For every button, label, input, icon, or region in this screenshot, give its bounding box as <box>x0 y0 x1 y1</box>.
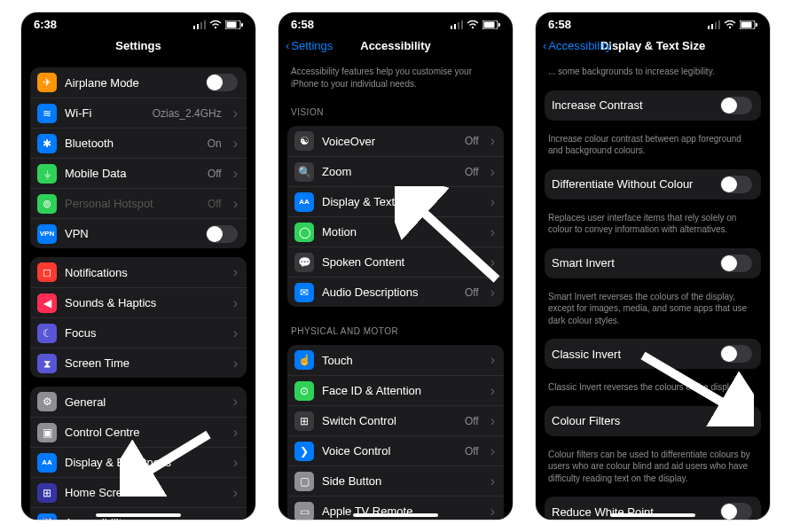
group-colour-filters: Colour FiltersOff› <box>545 406 761 436</box>
settings-row-wi-fi[interactable]: ≋Wi-FiOzias_2.4GHz› <box>30 98 247 128</box>
chevron-right-icon: › <box>490 195 495 209</box>
group-physical-motor: ☝Touch›⊙Face ID & Attention›⊞Switch Cont… <box>287 345 504 520</box>
group-increase-contrast: Increase Contrast <box>545 90 761 121</box>
toggle-differentiate-without-colour[interactable] <box>720 176 752 193</box>
settings-row-zoom[interactable]: 🔍ZoomOff› <box>287 156 504 186</box>
settings-row-vpn[interactable]: VPNVPN <box>30 218 247 248</box>
row-label: Switch Control <box>322 414 457 427</box>
toggle-classic-invert[interactable] <box>720 345 752 363</box>
chevron-right-icon: › <box>490 353 495 367</box>
toggle-airplane-mode[interactable] <box>206 74 238 91</box>
chevron-right-icon: › <box>233 296 238 310</box>
home-indicator[interactable] <box>610 513 695 517</box>
chevron-right-icon: › <box>233 197 238 211</box>
row-label: Personal Hotspot <box>65 197 200 210</box>
settings-row-airplane-mode[interactable]: ✈Airplane Mode <box>30 67 247 98</box>
settings-row-mobile-data[interactable]: ⏚Mobile DataOff› <box>30 158 247 188</box>
settings-row-focus[interactable]: ☾Focus› <box>30 317 247 348</box>
group-vision: ☯VoiceOverOff›🔍ZoomOff›AADisplay & Text … <box>287 126 504 307</box>
row-detail: Off <box>465 166 479 178</box>
row-label: Face ID & Attention <box>322 384 479 397</box>
chevron-right-icon: › <box>233 265 238 279</box>
toggle-knob <box>207 74 223 90</box>
back-button[interactable]: ‹ Settings <box>286 39 333 52</box>
settings-row-notifications[interactable]: ◻Notifications› <box>30 257 247 287</box>
settings-row-screen-time[interactable]: ⧗Screen Time› <box>30 348 247 378</box>
phone-accessibility: 6:58 ‹ Settings Accessibility Accessibil… <box>278 12 513 520</box>
chevron-right-icon: › <box>233 516 238 520</box>
chevron-right-icon: › <box>233 395 238 409</box>
settings-row-face-id-attention[interactable]: ⊙Face ID & Attention› <box>287 375 504 405</box>
wi-fi-icon: ≋ <box>37 104 57 123</box>
settings-group-general: ⚙General›▣Control Centre›AADisplay & Bri… <box>30 387 247 520</box>
row-detail: Ozias_2.4GHz <box>153 107 222 120</box>
navbar: ‹ Settings Accessibility <box>278 33 513 58</box>
wifi-icon <box>209 20 222 29</box>
toggle-knob <box>721 98 737 113</box>
settings-row-audio-descriptions[interactable]: ✉Audio DescriptionsOff› <box>287 277 504 307</box>
settings-row-bluetooth[interactable]: ✱BluetoothOn› <box>30 128 247 158</box>
settings-row-spoken-content[interactable]: 💬Spoken Content› <box>287 246 504 277</box>
battery-icon <box>225 20 243 29</box>
back-button[interactable]: ‹ Accessibility <box>543 39 611 52</box>
voiceover-icon: ☯ <box>294 131 314 151</box>
toggle-vpn[interactable] <box>206 225 238 243</box>
group-classic-invert: Classic Invert <box>545 339 761 369</box>
settings-row-display-text-size[interactable]: AADisplay & Text Size› <box>287 186 504 216</box>
svg-rect-18 <box>715 22 717 29</box>
settings-row-switch-control[interactable]: ⊞Switch ControlOff› <box>287 405 504 435</box>
settings-row-motion[interactable]: ◯Motion› <box>287 216 504 246</box>
settings-row-home-screen[interactable]: ⊞Home Screen› <box>30 477 247 507</box>
row-label: Spoken Content <box>322 255 479 269</box>
row-label: Touch <box>322 354 479 367</box>
row-detail: Off <box>465 135 479 147</box>
settings-row-personal-hotspot[interactable]: ⊚Personal HotspotOff› <box>30 188 247 218</box>
row-label: Home Screen <box>65 486 222 499</box>
toggle-smart-invert[interactable] <box>720 254 752 272</box>
back-label: Settings <box>291 39 333 52</box>
settings-row-voice-control[interactable]: ❯Voice ControlOff› <box>287 435 504 466</box>
home-indicator[interactable] <box>96 513 181 517</box>
settings-row-side-button[interactable]: ▢Side Button› <box>287 466 504 496</box>
settings-row-sounds-haptics[interactable]: ◀Sounds & Haptics› <box>30 287 247 317</box>
toggle-knob <box>721 346 737 362</box>
row-label: Sounds & Haptics <box>65 296 222 309</box>
row-detail: Off <box>465 415 479 427</box>
settings-row-general[interactable]: ⚙General› <box>30 387 247 417</box>
settings-row-control-centre[interactable]: ▣Control Centre› <box>30 417 247 447</box>
switch-control-icon: ⊞ <box>294 411 314 431</box>
bluetooth-icon: ✱ <box>37 134 57 153</box>
settings-row-differentiate-without-colour[interactable]: Differentiate Without Colour <box>545 169 761 200</box>
settings-row-display-brightness[interactable]: AADisplay & Brightness› <box>30 447 247 477</box>
row-label: Smart Invert <box>552 256 712 270</box>
audio-descriptions-icon: ✉ <box>294 283 314 302</box>
row-label: Motion <box>322 225 479 239</box>
wifi-icon <box>724 20 736 29</box>
chevron-right-icon: › <box>233 326 238 340</box>
row-detail: On <box>208 137 222 150</box>
status-bar: 6:58 <box>278 12 513 33</box>
vpn-icon: VPN <box>37 224 57 244</box>
svg-rect-22 <box>741 21 752 27</box>
row-label: Mobile Data <box>65 167 200 180</box>
svg-rect-17 <box>711 24 713 29</box>
settings-row-classic-invert[interactable]: Classic Invert <box>545 339 761 369</box>
notifications-icon: ◻ <box>37 262 57 282</box>
chevron-right-icon: › <box>233 486 238 500</box>
home-indicator[interactable] <box>353 513 438 517</box>
settings-row-touch[interactable]: ☝Touch› <box>287 345 504 375</box>
settings-row-smart-invert[interactable]: Smart Invert <box>545 248 761 278</box>
settings-row-voiceover[interactable]: ☯VoiceOverOff› <box>287 126 504 156</box>
toggle-increase-contrast[interactable] <box>720 97 752 114</box>
toggle-reduce-white-point[interactable] <box>720 503 752 520</box>
group-smart-invert: Smart Invert <box>545 248 761 278</box>
row-detail: Off <box>465 286 479 299</box>
note-differentiate-without-colour: Replaces user interface items that rely … <box>536 208 770 243</box>
page-title: Settings <box>115 39 161 52</box>
svg-rect-2 <box>200 22 202 29</box>
settings-row-colour-filters[interactable]: Colour FiltersOff› <box>545 406 761 436</box>
row-label: Wi-Fi <box>65 106 145 120</box>
svg-rect-8 <box>451 26 452 29</box>
row-label: Screen Time <box>65 356 222 370</box>
settings-row-increase-contrast[interactable]: Increase Contrast <box>545 90 761 121</box>
